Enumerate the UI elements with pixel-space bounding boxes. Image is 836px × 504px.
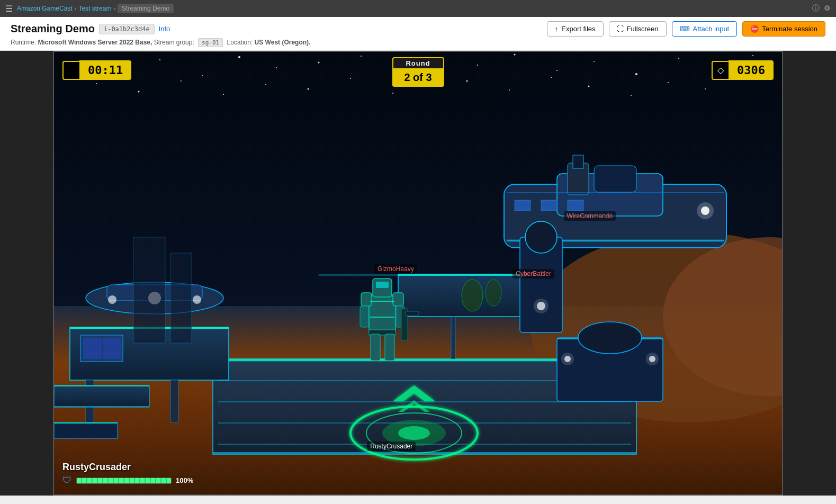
svg-point-108 xyxy=(646,353,659,365)
hud-timer: ⏱ 00:11 xyxy=(62,60,131,80)
breadcrumb-test-stream[interactable]: Test stream xyxy=(78,5,111,12)
svg-point-3 xyxy=(159,59,160,60)
svg-point-23 xyxy=(265,84,266,85)
runtime-value: Microsoft Windows Server 2022 Base, xyxy=(38,39,152,46)
svg-point-29 xyxy=(509,89,510,91)
svg-rect-94 xyxy=(371,334,380,361)
svg-point-6 xyxy=(276,67,277,68)
svg-rect-79 xyxy=(54,407,149,408)
breadcrumb-current: Streaming Demo xyxy=(118,4,174,13)
keyboard-icon: ⌨ xyxy=(680,25,690,33)
svg-rect-72 xyxy=(451,317,455,359)
svg-point-16 xyxy=(678,58,679,59)
svg-point-74 xyxy=(525,221,557,253)
info-link[interactable]: Info xyxy=(159,25,170,33)
terminate-icon: ⛔ xyxy=(750,25,759,33)
header-title-group: Streaming Demo i-0a1b2c3d4e Info xyxy=(11,23,170,35)
header-runtime-row: Runtime: Microsoft Windows Server 2022 B… xyxy=(11,39,825,46)
svg-point-18 xyxy=(752,55,753,56)
svg-point-7 xyxy=(318,62,320,64)
fullscreen-label: Fullscreen xyxy=(627,25,659,33)
browser-menu-icon[interactable]: ☰ xyxy=(5,4,13,14)
stream-group-label: Stream group: xyxy=(154,39,194,46)
svg-rect-62 xyxy=(573,155,583,168)
svg-rect-89 xyxy=(361,293,372,306)
browser-info-icon[interactable]: ⓘ xyxy=(812,4,820,13)
svg-point-100 xyxy=(462,280,483,311)
game-scene-svg xyxy=(54,52,783,496)
health-bar-container: 🛡 100% xyxy=(62,475,193,486)
svg-point-56 xyxy=(108,295,116,304)
svg-rect-90 xyxy=(393,293,403,306)
svg-point-21 xyxy=(181,80,182,82)
svg-rect-96 xyxy=(370,301,394,302)
svg-rect-81 xyxy=(54,422,118,424)
browser-settings-icon[interactable]: ⚙ xyxy=(824,4,831,13)
export-icon: ↑ xyxy=(555,25,559,33)
svg-point-25 xyxy=(350,78,351,79)
svg-rect-95 xyxy=(385,334,394,361)
svg-rect-109 xyxy=(133,237,165,343)
fullscreen-button[interactable]: ⛶ Fullscreen xyxy=(609,21,667,37)
viewport-wrapper: ⏱ 00:11 Round 2 of 3 ◇ 0306 GizmoHeavy W… xyxy=(0,51,836,496)
svg-point-26 xyxy=(392,93,393,94)
breadcrumb-nav: Amazon GameCast › Test stream › Streamin… xyxy=(17,4,174,13)
health-percentage: 100% xyxy=(176,476,193,484)
hud-bottom-left: RustyCrusader 🛡 100% xyxy=(62,462,193,486)
health-bar-background xyxy=(76,478,172,484)
hud-player-name: RustyCrusader xyxy=(62,462,193,473)
svg-point-15 xyxy=(635,73,637,75)
svg-point-22 xyxy=(223,94,224,95)
runtime-label: Runtime: xyxy=(11,39,36,46)
svg-point-8 xyxy=(361,56,362,57)
browser-chrome-bar: ☰ Amazon GameCast › Test stream › Stream… xyxy=(0,0,836,17)
svg-point-57 xyxy=(193,295,201,304)
fullscreen-icon: ⛶ xyxy=(617,25,624,33)
game-viewport[interactable]: ⏱ 00:11 Round 2 of 3 ◇ 0306 GizmoHeavy W… xyxy=(53,51,783,496)
attach-input-button[interactable]: ⌨ Attach input xyxy=(672,21,738,37)
header-top-row: Streaming Demo i-0a1b2c3d4e Info ↑ Expor… xyxy=(11,21,825,37)
svg-point-20 xyxy=(138,91,140,93)
svg-point-106 xyxy=(561,353,574,365)
svg-rect-88 xyxy=(376,282,389,288)
svg-point-5 xyxy=(238,56,240,58)
svg-rect-97 xyxy=(370,317,394,318)
svg-point-31 xyxy=(588,86,590,87)
svg-rect-66 xyxy=(541,200,557,211)
svg-point-13 xyxy=(556,70,558,71)
hud-round-value: 2 of 3 xyxy=(392,68,444,87)
hud-timer-value: 00:11 xyxy=(79,60,131,80)
svg-rect-78 xyxy=(54,385,149,386)
session-id-badge: i-0a1b2c3d4e xyxy=(99,24,155,34)
breadcrumb-amazon-gamecast[interactable]: Amazon GameCast xyxy=(17,5,73,12)
svg-rect-52 xyxy=(170,380,178,422)
svg-point-4 xyxy=(202,75,203,76)
svg-point-104 xyxy=(578,322,642,354)
svg-point-69 xyxy=(697,202,714,219)
export-files-button[interactable]: ↑ Export files xyxy=(547,21,604,37)
svg-point-19 xyxy=(96,83,97,84)
svg-point-14 xyxy=(594,61,595,62)
hud-round: Round 2 of 3 xyxy=(392,57,444,87)
svg-rect-110 xyxy=(170,253,192,343)
header-actions: ↑ Export files ⛶ Fullscreen ⌨ Attach inp… xyxy=(547,21,825,37)
svg-rect-64 xyxy=(507,192,724,193)
svg-point-28 xyxy=(466,80,468,82)
svg-point-11 xyxy=(477,65,478,66)
svg-rect-80 xyxy=(54,422,118,438)
svg-rect-60 xyxy=(594,166,636,192)
attach-input-label: Attach input xyxy=(693,25,730,33)
svg-point-30 xyxy=(551,77,552,78)
svg-point-101 xyxy=(486,280,501,306)
terminate-session-button[interactable]: ⛔ Terminate session xyxy=(742,21,825,37)
svg-rect-65 xyxy=(515,200,531,211)
svg-point-24 xyxy=(308,88,309,90)
svg-point-34 xyxy=(705,88,706,89)
svg-rect-67 xyxy=(568,200,583,211)
location-value: US West (Oregon). xyxy=(255,39,311,46)
svg-point-76 xyxy=(534,299,549,313)
hud-score-value: 0306 xyxy=(729,60,774,80)
app-header: Streaming Demo i-0a1b2c3d4e Info ↑ Expor… xyxy=(0,17,836,51)
svg-rect-49 xyxy=(83,338,102,359)
hud-round-label: Round xyxy=(392,57,444,68)
